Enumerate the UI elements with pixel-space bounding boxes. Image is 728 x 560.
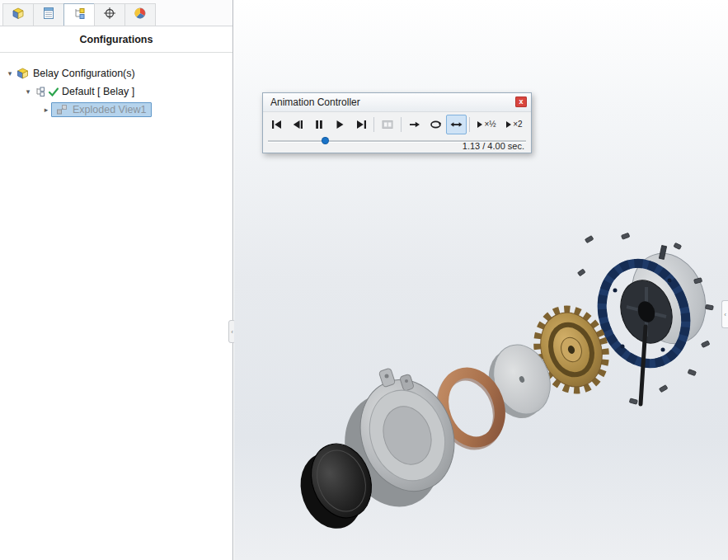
close-button[interactable]: x — [515, 96, 527, 107]
tree-item-belay-configurations[interactable]: ▾ Belay Configuration(s) — [0, 64, 232, 82]
pause-button[interactable] — [308, 115, 329, 134]
normal-playback-button[interactable] — [404, 115, 425, 134]
app-root: { "icons": { "expander_open": "▾", "expa… — [0, 0, 728, 560]
displaymanager-pie-icon — [134, 7, 147, 23]
expander-open-icon[interactable]: ▾ — [23, 87, 33, 96]
save-animation-icon — [382, 120, 393, 129]
toolbar-separator — [373, 117, 374, 132]
tree-label-default: Default [ Belay ] — [60, 86, 134, 97]
toolbar-separator — [401, 117, 402, 132]
timeline-thumb[interactable] — [322, 138, 328, 144]
jump-to-end-button[interactable] — [350, 115, 371, 134]
configurationmanager-branch-icon — [73, 7, 86, 23]
animation-controller-titlebar[interactable]: Animation Controller x — [263, 93, 531, 112]
save-animation-button[interactable] — [377, 115, 397, 134]
selected-tree-item[interactable]: Exploded View1 — [51, 102, 152, 117]
assembly-configurations-icon — [16, 68, 29, 79]
double-speed-label: ×2 — [513, 120, 522, 129]
configuration-hierarchy-icon — [35, 86, 46, 97]
propertymanager-sheet-icon — [42, 7, 55, 23]
jump-to-end-icon — [355, 120, 367, 129]
expander-collapsed-icon[interactable]: ▸ — [41, 106, 51, 114]
panel-title: Configurations — [0, 26, 232, 53]
tree-item-exploded-view[interactable]: ▸ Exploded View1 — [0, 101, 232, 119]
loop-playback-button[interactable] — [425, 115, 445, 134]
featuremanager-cube-icon — [12, 7, 25, 23]
normal-playback-icon — [409, 120, 420, 129]
tab-configurationmanager[interactable] — [63, 3, 95, 26]
jump-to-start-button[interactable] — [266, 115, 287, 134]
window-title: Animation Controller — [270, 96, 360, 108]
part-brake-assembly[interactable] — [589, 243, 718, 404]
tree-label-root: Belay Configuration(s) — [31, 68, 135, 79]
tree-label-exploded: Exploded View1 — [73, 104, 146, 115]
tab-propertymanager[interactable] — [33, 3, 64, 26]
panel-tab-bar — [0, 0, 232, 26]
animation-controller-window: Animation Controller x — [262, 92, 532, 153]
configuration-tree: ▾ Belay Configuration(s) ▾ — [0, 53, 232, 119]
expander-open-icon[interactable]: ▾ — [5, 69, 15, 78]
double-speed-button[interactable]: ×2 — [500, 115, 528, 134]
half-speed-label: ×½ — [484, 120, 496, 129]
configuration-panel: Configurations ▾ Belay Configuration(s) … — [0, 0, 233, 560]
active-configuration-check-icon — [49, 87, 59, 96]
reciprocate-playback-button[interactable] — [446, 115, 467, 134]
double-speed-icon — [505, 120, 512, 129]
toolbar-separator — [469, 117, 470, 132]
splitter-chevron-icon: ‹ — [231, 328, 233, 336]
reciprocate-playback-icon — [450, 120, 463, 129]
time-display: 1.13 / 4.00 sec. — [463, 141, 524, 151]
exploded-view-icon — [56, 104, 68, 115]
half-speed-icon — [477, 120, 483, 129]
tab-dimxpertmanager[interactable] — [94, 3, 125, 26]
play-icon — [334, 120, 345, 129]
half-speed-button[interactable]: ×½ — [472, 115, 500, 134]
task-pane-handle[interactable]: ‹ — [721, 300, 728, 328]
task-pane-chevron-icon: ‹ — [724, 311, 726, 318]
exploded-model — [234, 0, 728, 560]
loop-playback-icon — [430, 120, 442, 129]
tab-featuremanager-design-tree[interactable] — [2, 3, 34, 26]
tree-item-default-configuration[interactable]: ▾ Default [ Belay ] — [0, 82, 232, 101]
jump-to-start-icon — [271, 120, 283, 129]
step-back-icon — [292, 120, 303, 129]
animation-toolbar: ×½ ×2 — [263, 112, 531, 135]
tab-displaymanager[interactable] — [124, 3, 156, 26]
step-back-button[interactable] — [287, 115, 308, 134]
play-button[interactable] — [329, 115, 350, 134]
graphics-viewport[interactable] — [234, 0, 728, 560]
pause-icon — [313, 120, 325, 129]
dimxpert-crosshair-icon — [103, 7, 116, 23]
